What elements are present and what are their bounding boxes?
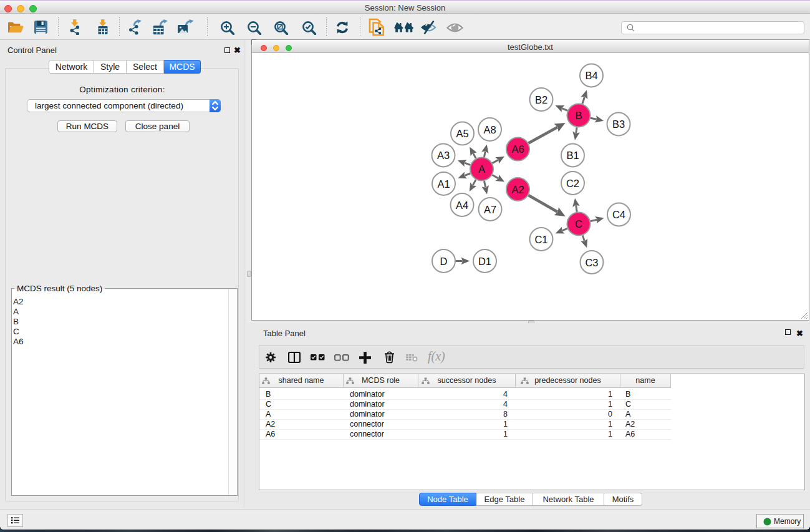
- svg-text:C: C: [575, 218, 582, 230]
- svg-text:B2: B2: [535, 94, 547, 105]
- svg-text:D: D: [440, 256, 448, 267]
- svg-text:D1: D1: [478, 256, 491, 267]
- svg-text:A2: A2: [511, 184, 524, 195]
- svg-text:C1: C1: [534, 234, 547, 245]
- svg-text:C3: C3: [585, 257, 598, 268]
- svg-text:A: A: [478, 163, 485, 175]
- svg-text:B1: B1: [566, 150, 579, 161]
- svg-text:B3: B3: [612, 118, 625, 130]
- svg-text:C4: C4: [612, 209, 625, 220]
- svg-text:A1: A1: [437, 178, 450, 190]
- svg-text:B4: B4: [585, 70, 597, 81]
- svg-text:A6: A6: [511, 143, 524, 155]
- svg-text:A7: A7: [484, 204, 496, 215]
- svg-text:A4: A4: [456, 200, 468, 211]
- svg-text:B: B: [575, 110, 582, 121]
- svg-text:A8: A8: [483, 124, 496, 135]
- svg-text:A5: A5: [456, 128, 468, 139]
- svg-text:A3: A3: [437, 150, 450, 161]
- svg-text:C2: C2: [566, 178, 579, 189]
